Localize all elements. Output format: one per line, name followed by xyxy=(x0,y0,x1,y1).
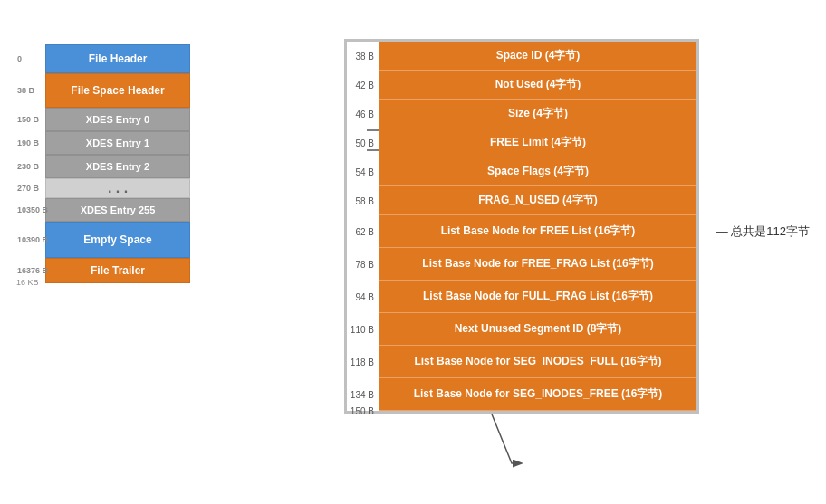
detail-row-6: 62 BList Base Node for FREE List (16字节)—… xyxy=(347,215,696,248)
stack-block-1: 38 BFile Space Header xyxy=(45,73,190,108)
detail-row-8: 94 BList Base Node for FULL_FRAG List (1… xyxy=(347,281,696,313)
stack-block-6: 10350 BXDES Entry 255 xyxy=(45,198,190,222)
detail-row-7: 78 BList Base Node for FREE_FRAG List (1… xyxy=(347,248,696,281)
offset-label-2: 46 B xyxy=(347,109,379,119)
offset-label-0: 38 B xyxy=(347,52,379,62)
detail-row-4: 54 BSpace Flags (4字节) xyxy=(347,157,696,186)
detail-cell-9: Next Unused Segment ID (8字节) xyxy=(379,313,696,346)
detail-cell-4: Space Flags (4字节) xyxy=(379,157,696,186)
detail-row-3: 50 BFREE Limit (4字节) xyxy=(347,128,696,157)
detail-cell-3: FREE Limit (4字节) xyxy=(379,128,696,157)
offset-label-5: 58 B xyxy=(347,196,379,206)
offset-label-7: 78 B xyxy=(347,260,379,270)
offset-label-6: 62 B xyxy=(347,227,379,237)
stack-block-4: 230 BXDES Entry 2 xyxy=(45,155,190,178)
detail-row-1: 42 BNot Used (4字节) xyxy=(347,71,696,100)
stack-block-7: 10390 BEmpty Space xyxy=(45,222,190,258)
detail-cell-11: List Base Node for SEG_INODES_FREE (16字节… xyxy=(379,378,696,411)
detail-cell-6: List Base Node for FREE List (16字节) xyxy=(379,215,696,248)
right-detail: 38 BSpace ID (4字节)42 BNot Used (4字节)46 B… xyxy=(344,39,699,414)
detail-row-11: 134 BList Base Node for SEG_INODES_FREE … xyxy=(347,378,696,411)
offset-label-1: 42 B xyxy=(347,81,379,90)
detail-cell-2: Size (4字节) xyxy=(379,100,696,128)
detail-row-9: 110 BNext Unused Segment ID (8字节) xyxy=(347,313,696,346)
left-stack: 0File Header38 BFile Space Header150 BXD… xyxy=(45,44,190,283)
right-rows: 38 BSpace ID (4字节)42 BNot Used (4字节)46 B… xyxy=(344,39,699,414)
stack-block-5: 270 B. . . xyxy=(45,178,190,198)
total-label: — 总共是112字节 xyxy=(701,223,810,240)
stack-block-0: 0File Header xyxy=(45,44,190,73)
page-title xyxy=(0,0,826,25)
detail-cell-8: List Base Node for FULL_FRAG List (16字节) xyxy=(379,281,696,313)
detail-cell-7: List Base Node for FREE_FRAG List (16字节) xyxy=(379,248,696,281)
detail-row-10: 118 BList Base Node for SEG_INODES_FULL … xyxy=(347,346,696,378)
offset-label-8: 94 B xyxy=(347,292,379,302)
stack-block-3: 190 BXDES Entry 1 xyxy=(45,131,190,155)
detail-cell-1: Not Used (4字节) xyxy=(379,71,696,100)
offset-label-3: 50 B xyxy=(347,138,379,148)
offset-label-4: 54 B xyxy=(347,167,379,177)
detail-row-2: 46 BSize (4字节) xyxy=(347,100,696,128)
offset-label-11: 134 B xyxy=(347,390,379,400)
left-diagram: 0File Header38 BFile Space Header150 BXD… xyxy=(27,39,208,283)
stack-block-8: 16376 BFile Trailer xyxy=(45,258,190,283)
detail-row-0: 38 BSpace ID (4字节) xyxy=(347,42,696,71)
detail-cell-5: FRAG_N_USED (4字节) xyxy=(379,186,696,215)
detail-cell-0: Space ID (4字节) xyxy=(379,42,696,71)
offset-label-10: 118 B xyxy=(347,357,379,367)
stack-block-2: 150 BXDES Entry 0 xyxy=(45,108,190,131)
offset-label-9: 110 B xyxy=(347,325,379,335)
detail-cell-10: List Base Node for SEG_INODES_FULL (16字节… xyxy=(379,346,696,378)
detail-row-5: 58 BFRAG_N_USED (4字节) xyxy=(347,186,696,215)
